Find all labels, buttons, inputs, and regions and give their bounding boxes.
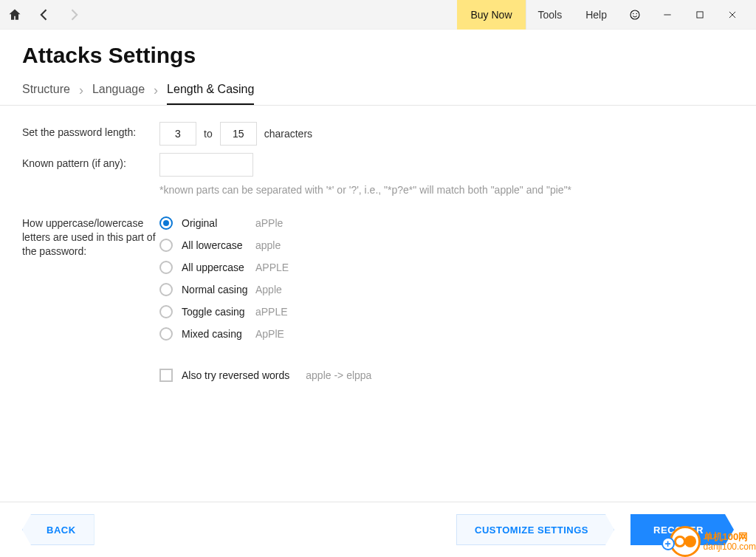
casing-radio[interactable] [159, 239, 173, 252]
casing-option-label: All lowercase [182, 239, 255, 251]
casing-radio[interactable] [159, 283, 173, 296]
tab-language[interactable]: Language [92, 78, 145, 105]
svg-point-1 [633, 13, 634, 14]
help-menu[interactable]: Help [574, 9, 619, 21]
recover-button[interactable]: RECOVER [630, 514, 734, 545]
to-label: to [204, 128, 213, 140]
smile-icon[interactable] [619, 0, 651, 30]
casing-option-example: Apple [255, 284, 282, 295]
casing-option-label: Toggle casing [182, 306, 255, 318]
casing-option-label: Mixed casing [182, 328, 255, 340]
chevron-right-icon: › [79, 83, 83, 101]
characters-label: characters [264, 128, 312, 140]
casing-option-row: Mixed casingApPlE [159, 323, 734, 345]
pattern-hint: *known parts can be separated with '*' o… [159, 184, 734, 196]
nav-icons [7, 7, 81, 22]
back-button[interactable]: BACK [22, 514, 94, 545]
casing-option-label: Normal casing [182, 284, 255, 295]
casing-option-row: OriginalaPPle [159, 212, 734, 234]
home-icon[interactable] [7, 7, 22, 22]
casing-option-example: ApPlE [255, 328, 284, 340]
title-bar: Buy Now Tools Help [0, 0, 756, 30]
svg-rect-4 [697, 11, 703, 17]
password-length-label: Set the password length: [22, 122, 159, 138]
casing-option-example: apple [255, 239, 281, 251]
casing-option-row: Toggle casingaPPLE [159, 301, 734, 323]
casing-option-example: APPLE [255, 262, 289, 273]
reversed-words-example: apple -> elppa [306, 369, 371, 381]
minimize-icon[interactable] [651, 0, 684, 30]
casing-option-label: Original [182, 217, 255, 229]
close-icon[interactable] [716, 0, 749, 30]
casing-radio[interactable] [159, 261, 173, 274]
known-pattern-label: Known pattern (if any): [22, 153, 159, 169]
back-arrow-icon[interactable] [37, 7, 52, 22]
casing-radio[interactable] [159, 216, 173, 230]
chevron-right-icon: › [154, 83, 158, 101]
casing-radio[interactable] [159, 305, 173, 318]
reversed-words-label: Also try reversed words [182, 369, 289, 381]
casing-label: How uppercase/lowercase letters are used… [22, 212, 159, 259]
tab-structure[interactable]: Structure [22, 78, 70, 105]
casing-option-row: All uppercaseAPPLE [159, 256, 734, 278]
settings-form: Set the password length: to characters K… [0, 106, 756, 406]
svg-point-0 [630, 10, 639, 19]
reversed-words-checkbox[interactable] [159, 369, 173, 382]
casing-radio[interactable] [159, 327, 173, 341]
casing-option-example: aPPle [255, 217, 283, 229]
maximize-icon[interactable] [684, 0, 716, 30]
buy-now-button[interactable]: Buy Now [457, 0, 525, 30]
customize-settings-button[interactable]: CUSTOMIZE SETTINGS [456, 514, 614, 545]
page-title: Attacks Settings [0, 30, 756, 78]
casing-option-example: aPPLE [255, 306, 288, 318]
footer-bar: BACK CUSTOMIZE SETTINGS RECOVER [0, 502, 756, 557]
max-length-input[interactable] [220, 122, 257, 146]
casing-options: OriginalaPPleAll lowercaseappleAll upper… [159, 212, 734, 345]
min-length-input[interactable] [159, 122, 196, 146]
casing-option-row: Normal casingApple [159, 278, 734, 301]
casing-option-label: All uppercase [182, 262, 255, 273]
breadcrumb: Structure › Language › Length & Casing [0, 78, 756, 106]
tab-length-casing[interactable]: Length & Casing [167, 78, 254, 105]
tools-menu[interactable]: Tools [526, 9, 574, 21]
forward-arrow-icon [66, 7, 81, 22]
casing-option-row: All lowercaseapple [159, 234, 734, 256]
svg-point-2 [636, 13, 638, 14]
reversed-words-row: Also try reversed words apple -> elppa [159, 369, 734, 382]
known-pattern-input[interactable] [159, 153, 253, 177]
password-length-fields: to characters [159, 122, 734, 146]
